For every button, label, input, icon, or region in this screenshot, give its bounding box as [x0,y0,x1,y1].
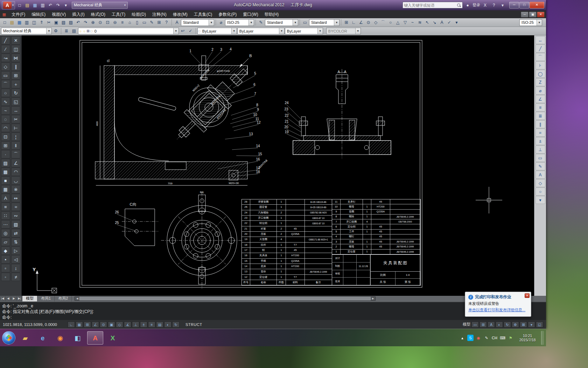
make-current-icon[interactable]: ✓ [187,27,194,35]
paste-icon[interactable]: ▧ [60,19,67,26]
match-properties-icon[interactable]: ▨ [67,19,75,26]
layer-lock-icon[interactable]: ⊠ [86,29,89,33]
layer-on-icon[interactable]: ☼ [79,29,82,33]
annotation-visibility-icon[interactable]: ◐ [496,321,503,328]
quick-dim-icon[interactable]: ≡ [536,103,545,111]
start-button[interactable] [2,331,15,345]
menu-modify[interactable]: 修改(M) [170,11,191,18]
taskbar-excel[interactable]: X [105,331,121,345]
array-polar-icon[interactable]: ◁ [11,255,20,264]
text-style-combo[interactable]: Standard ▼ [181,19,214,26]
menu-file[interactable]: 文件(F) [8,11,28,18]
explode-tool-icon[interactable]: ※ [11,185,20,193]
circle-tool-icon[interactable]: ○ [1,89,10,97]
overkill-icon[interactable]: ≠ [11,273,20,281]
layer-color-swatch[interactable]: ■ [90,29,92,33]
donut-tool-icon[interactable]: ◎ [1,229,10,237]
3d-object-snap-toggle[interactable]: ◇ [116,321,123,328]
3d-move-icon[interactable]: ↕ [11,264,20,272]
help-icon[interactable]: ? [490,2,498,9]
edit-hatch-icon[interactable]: ▧ [11,220,20,229]
lineweight-display-toggle[interactable]: ≡ [148,321,155,328]
show-desktop-button[interactable] [541,331,544,345]
chevron-down-icon[interactable]: ▼ [209,20,214,26]
fillet-tool-icon[interactable]: ◠ [11,168,20,176]
continue-dim-icon[interactable]: ∥ [536,120,545,128]
addselected-icon[interactable]: ≡ [1,203,10,211]
menu-insert[interactable]: 插入(I) [69,11,88,18]
workspace-combo[interactable]: Mechanical 经典 ▾ [72,2,128,9]
pan-icon[interactable]: ⊕ [89,19,97,26]
thread-symbol-icon[interactable]: ≋ [416,19,424,26]
taper-symbol-icon[interactable]: ▽ [401,19,409,26]
circle-annotation-icon[interactable]: ○ [387,19,394,26]
polyline-tool-icon[interactable]: ↝ [1,54,10,62]
tab-model[interactable]: 模型 [22,296,37,301]
baseline-dim-icon[interactable]: ≣ [536,112,545,120]
osnap-center-icon[interactable]: ⊙ [365,19,372,26]
tab-next-button[interactable]: ▶ [11,296,17,301]
mleader-style-icon[interactable]: ✎ [257,19,265,26]
taskbar-media[interactable]: ◧ [70,331,86,345]
qat-redo-icon[interactable]: ↷ [54,2,62,9]
plot-preview-icon[interactable]: ◫ [30,19,38,26]
tab-layout2[interactable]: 布局2 [55,296,72,301]
mirror-tool-icon[interactable]: ⋈ [11,54,20,62]
help-icon[interactable]: ? [163,19,170,26]
text-icon[interactable]: A [536,171,545,179]
signin-button[interactable]: 登录 [472,2,480,8]
layer-combo[interactable]: ☼ ☼ ⊠ ■ 0 ▼ [78,28,179,34]
triangle-symbol-icon[interactable]: △ [394,19,401,26]
dynamic-ucs-toggle[interactable]: ⊥ [132,321,139,328]
zoom-window-icon[interactable]: ⊡ [104,19,111,26]
taskbar-autocad[interactable]: A [87,331,103,345]
chevron-down-icon[interactable]: ▼ [46,28,51,34]
dim-options-icon[interactable]: ▾ [536,196,545,204]
layer-thaw-icon[interactable]: ☼ [83,29,86,33]
erase-tool-icon[interactable]: ✕ [11,36,20,45]
status-menu-icon[interactable]: ▾ [528,321,535,328]
tolerance-icon[interactable]: ± [536,137,545,145]
chamfer-tool-icon[interactable]: ∠ [11,159,20,167]
angular-dim-icon[interactable]: ∠ [536,95,545,103]
tray-skype-icon[interactable]: S [467,335,474,341]
dim-space-icon[interactable]: = [536,129,545,137]
menu-tools[interactable]: 工具(T) [108,11,128,18]
divide-icon[interactable]: ∷ [1,211,10,220]
minimize-button[interactable]: ─ [509,2,519,8]
offset-tool-icon[interactable]: ∥ [11,62,20,71]
properties-icon[interactable]: ≡ [119,19,126,26]
copy-icon[interactable]: ▣ [52,19,60,26]
point-style-icon[interactable]: ▪ [1,255,10,264]
chevron-down-icon[interactable]: ▼ [293,20,298,26]
measure-icon[interactable]: ⋯ [1,220,10,229]
grid-display-toggle[interactable]: ⊞ [84,321,91,328]
menu-annotate[interactable]: 注释(N) [149,11,170,18]
chevron-down-icon[interactable]: ▼ [317,28,323,34]
tray-lang-ch[interactable]: CH [491,335,498,341]
annotation-scale-icon[interactable]: A [488,321,495,328]
diameter-dim-icon[interactable]: ⌀ [536,87,545,95]
line-tool-icon[interactable]: ╱ [1,36,10,45]
array-tool-icon[interactable]: ⊞ [11,71,20,80]
linetype-combo[interactable]: ByLayer ▼ [237,28,285,34]
tab-layout1[interactable]: 布局1 [37,296,55,301]
qat-open-icon[interactable]: ▤ [23,2,31,9]
undo-icon[interactable]: ↶ [75,19,82,26]
menu-help[interactable]: 帮助(H) [261,11,282,18]
grid-snap-icon[interactable]: ⊞ [343,19,350,26]
break-point-icon[interactable]: ¦ [11,132,20,141]
extend-tool-icon[interactable]: ⊢ [11,124,20,132]
search-input[interactable] [404,3,456,7]
plot-icon[interactable]: ▥ [23,19,30,26]
circle-center-icon[interactable]: ○ [536,188,545,196]
exchange-icon[interactable]: X [481,2,489,9]
ellipse-tool-icon[interactable]: ◌ [1,115,10,123]
qat-save-icon[interactable]: ▦ [31,2,39,9]
edit-polyline-icon[interactable]: ≈ [11,203,20,211]
radius-dim-icon[interactable]: ◯ [536,70,545,78]
break-tool-icon[interactable]: ‖ [11,141,20,150]
scale-tool-icon[interactable]: ◱ [11,97,20,106]
quickcalc-icon[interactable]: ⊞ [155,19,163,26]
ortho-mode-toggle[interactable]: ∠ [92,321,99,328]
